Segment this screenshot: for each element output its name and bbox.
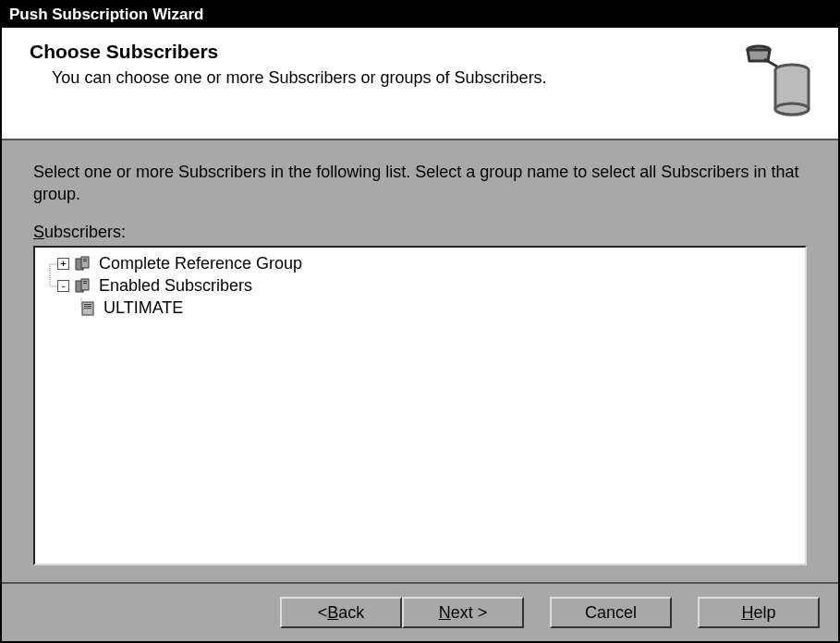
tree-connector <box>63 297 78 320</box>
tree-connector <box>43 253 57 275</box>
back-button[interactable]: < Back <box>280 597 402 628</box>
tree-node-complete-reference-group[interactable]: + Complete Reference Group <box>43 253 797 275</box>
button-bar: < Back Next > Cancel Help <box>2 582 838 641</box>
subscribers-label-hotkey: S <box>33 223 44 241</box>
instruction-text: Select one or more Subscribers in the fo… <box>33 161 807 206</box>
collapse-icon[interactable]: - <box>57 280 69 292</box>
body-panel: Select one or more Subscribers in the fo… <box>2 140 838 582</box>
svg-rect-8 <box>83 259 87 260</box>
nav-button-group: < Back Next > <box>280 597 524 628</box>
button-gap <box>672 597 698 628</box>
cancel-label: Cancel <box>585 603 637 623</box>
subscribers-tree[interactable]: + Complete Reference Group - Enabled Sub… <box>33 246 807 565</box>
svg-line-3 <box>764 59 777 67</box>
titlebar: Push Subscription Wizard <box>2 2 838 28</box>
subscribers-label: Subscribers: <box>33 223 807 242</box>
header-panel: Choose Subscribers You can choose one or… <box>2 28 838 140</box>
tree-node-label: ULTIMATE <box>102 298 185 318</box>
expand-icon[interactable]: + <box>57 258 69 270</box>
window-title: Push Subscription Wizard <box>9 6 203 24</box>
wizard-window: Push Subscription Wizard Choose Subscrib… <box>0 0 840 643</box>
back-rest: ack <box>338 603 364 623</box>
tree-node-ultimate[interactable]: ULTIMATE <box>63 297 797 320</box>
svg-rect-14 <box>83 281 87 282</box>
tree-node-enabled-subscribers[interactable]: - Enabled Subscribers <box>43 275 797 297</box>
page-title: Choose Subscribers <box>30 41 735 63</box>
tree-node-label: Enabled Subscribers <box>97 276 254 296</box>
svg-rect-13 <box>81 279 89 290</box>
subscribers-label-rest: ubscribers: <box>44 223 126 241</box>
back-prefix: < <box>318 603 328 623</box>
tree-node-label: Complete Reference Group <box>97 254 304 273</box>
button-gap <box>524 597 550 628</box>
next-hotkey: N <box>439 603 451 623</box>
cancel-button[interactable]: Cancel <box>550 597 672 628</box>
server-group-icon <box>75 278 93 295</box>
back-hotkey: B <box>327 603 338 623</box>
svg-rect-9 <box>83 261 87 261</box>
svg-point-1 <box>775 103 809 115</box>
tree-connector <box>43 275 57 297</box>
next-button[interactable]: Next > <box>402 597 524 628</box>
database-trash-icon <box>735 41 818 120</box>
header-text: Choose Subscribers You can choose one or… <box>30 41 735 88</box>
svg-rect-15 <box>83 283 87 284</box>
help-hotkey: H <box>741 603 753 623</box>
next-rest: ext > <box>451 603 488 623</box>
help-rest: elp <box>753 603 775 623</box>
help-button[interactable]: Help <box>698 597 820 628</box>
page-subtitle: You can choose one or more Subscribers o… <box>52 68 735 88</box>
svg-rect-7 <box>81 257 89 268</box>
server-group-icon <box>75 256 93 273</box>
